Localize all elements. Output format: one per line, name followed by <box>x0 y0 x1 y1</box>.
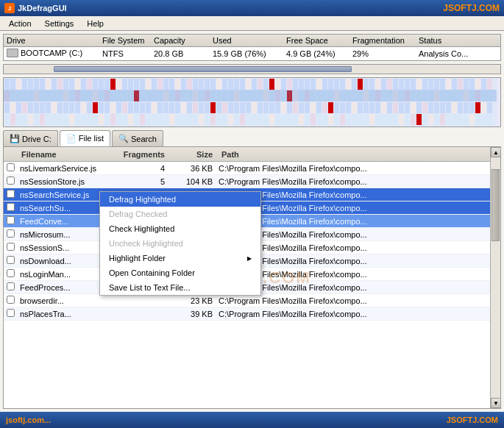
row-size: 39 KB <box>171 310 219 318</box>
tabs-row: 💾 Drive C: 📄 File list 🔍 Search <box>3 130 501 146</box>
drive-used: 15.9 GB (76%) <box>213 49 286 58</box>
table-row[interactable]: nsSessionStore.js 5 104 KB C:\Program Fi… <box>4 175 500 188</box>
row-path: C:\Program Files\Mozilla Firefox\compo..… <box>219 177 500 186</box>
header-cap: Capacity <box>154 36 213 45</box>
drive-status: Analysis Co... <box>419 49 478 58</box>
submenu-arrow: ▶ <box>247 255 252 262</box>
drive-table-header: Drive File System Capacity Used Free Spa… <box>4 35 500 47</box>
vertical-scrollbar[interactable]: ▲ ▼ <box>490 147 500 408</box>
row-fragments: 5 <box>116 177 171 186</box>
drive-frag: 29% <box>352 49 419 58</box>
row-checkbox[interactable] <box>4 176 20 186</box>
scroll-thumb[interactable] <box>491 169 500 241</box>
row-checkbox[interactable] <box>4 269 20 279</box>
header-filename: Filename <box>20 150 116 159</box>
scroll-thumb-area <box>491 157 500 398</box>
header-fragments: Fragments <box>116 150 171 159</box>
horizontal-scrollbar[interactable] <box>3 64 501 74</box>
app-title: JkDefragGUI <box>18 4 67 13</box>
context-menu-item[interactable]: Save List to Text File... <box>100 280 260 295</box>
drive-free: 4.9 GB (24%) <box>286 49 352 58</box>
row-checkbox[interactable] <box>4 309 20 318</box>
menu-settings[interactable]: Settings <box>39 18 80 29</box>
status-right: JSOFTJ.COM <box>447 415 498 424</box>
context-menu-item[interactable]: Check Highlighted <box>100 221 260 236</box>
row-checkbox[interactable] <box>4 203 20 213</box>
context-menu-item[interactable]: Defrag Highlighted <box>100 192 260 207</box>
table-row[interactable]: nsLivemarkService.js 4 36 KB C:\Program … <box>4 162 500 175</box>
row-filename: nsPlacesTra... <box>20 310 116 318</box>
row-checkbox[interactable] <box>4 216 20 226</box>
row-checkbox[interactable] <box>4 282 20 292</box>
tab-file-list[interactable]: 📄 File list <box>60 130 110 146</box>
row-checkbox[interactable] <box>4 296 20 305</box>
title-bar-left: J JkDefragGUI <box>4 3 67 13</box>
drive-c-icon: 💾 <box>10 134 20 143</box>
drive-row[interactable]: BOOTCAMP (C:) NTFS 20.8 GB 15.9 GB (76%)… <box>4 47 500 60</box>
tab-drive-c-label: Drive C: <box>22 135 52 143</box>
row-filename: browserdir... <box>20 296 116 305</box>
header-used: Used <box>213 36 286 45</box>
status-bar: jsoftj.com... JSOFTJ.COM <box>0 412 504 428</box>
row-size: 36 KB <box>171 164 219 173</box>
drive-capacity: 20.8 GB <box>154 49 213 58</box>
app-icon: J <box>4 3 15 13</box>
tab-search[interactable]: 🔍 Search <box>112 130 163 146</box>
row-size: 23 KB <box>171 296 219 305</box>
header-frag: Fragmentation <box>352 36 419 45</box>
menu-help[interactable]: Help <box>81 18 110 29</box>
file-list-icon: 📄 <box>66 134 77 143</box>
status-left: jsoftj.com... <box>6 415 51 424</box>
menu-action[interactable]: Action <box>3 18 38 29</box>
tab-file-list-label: File list <box>79 134 104 143</box>
search-tab-icon: 🔍 <box>118 134 129 143</box>
disk-visualization <box>3 77 501 127</box>
title-bar: J JkDefragGUI JSOFTJ.COM <box>0 0 504 16</box>
row-filename: nsSessionStore.js <box>20 177 116 186</box>
row-checkbox[interactable] <box>4 256 20 265</box>
scroll-down-arrow[interactable]: ▼ <box>491 398 501 408</box>
header-free: Free Space <box>286 36 352 45</box>
header-size: Size <box>171 150 219 159</box>
menu-bar: Action Settings Help <box>0 16 504 31</box>
table-row[interactable]: nsPlacesTra... 39 KB C:\Program Files\Mo… <box>4 307 500 321</box>
row-path: C:\Program Files\Mozilla Firefox\compo..… <box>219 296 500 305</box>
header-fs: File System <box>102 36 154 45</box>
context-menu-item[interactable]: Highlight Folder▶ <box>100 251 260 265</box>
drive-fs: NTFS <box>102 49 154 58</box>
row-checkbox[interactable] <box>4 190 20 199</box>
header-path: Path <box>219 150 500 159</box>
header-drive: Drive <box>7 36 102 45</box>
scroll-up-arrow[interactable]: ▲ <box>491 147 501 157</box>
row-checkbox[interactable] <box>4 243 20 252</box>
context-menu-item: Defrag Checked <box>100 207 260 221</box>
scrollbar-thumb[interactable] <box>54 66 352 72</box>
file-list-header: Filename Fragments Size Path <box>4 147 500 162</box>
title-brand: JSOFTJ.COM <box>443 3 500 13</box>
context-menu-item[interactable]: Open Containing Folder <box>100 265 260 280</box>
drive-name: BOOTCAMP (C:) <box>7 49 102 59</box>
disk-viz-canvas <box>4 78 497 127</box>
hdd-icon <box>7 49 18 57</box>
table-row[interactable]: browserdir... 23 KB C:\Program Files\Moz… <box>4 294 500 307</box>
row-checkbox[interactable] <box>4 229 20 239</box>
context-menu: Defrag HighlightedDefrag CheckedCheck Hi… <box>99 191 261 296</box>
row-fragments: 4 <box>116 164 171 173</box>
tab-drive-c[interactable]: 💾 Drive C: <box>3 130 58 146</box>
row-size: 104 KB <box>171 177 219 186</box>
drive-table: Drive File System Capacity Used Free Spa… <box>3 34 501 61</box>
row-checkbox[interactable] <box>4 163 20 173</box>
row-path: C:\Program Files\Mozilla Firefox\compo..… <box>219 310 500 318</box>
row-path: C:\Program Files\Mozilla Firefox\compo..… <box>219 164 500 173</box>
header-status: Status <box>419 36 478 45</box>
tab-search-label: Search <box>131 135 157 143</box>
file-list-area: Filename Fragments Size Path nsLivemarkS… <box>3 146 501 409</box>
context-menu-item: Uncheck Highlighted <box>100 236 260 251</box>
scrollbar-track <box>4 65 500 74</box>
row-filename: nsLivemarkService.js <box>20 164 116 173</box>
main-content: Drive File System Capacity Used Free Spa… <box>0 31 504 412</box>
